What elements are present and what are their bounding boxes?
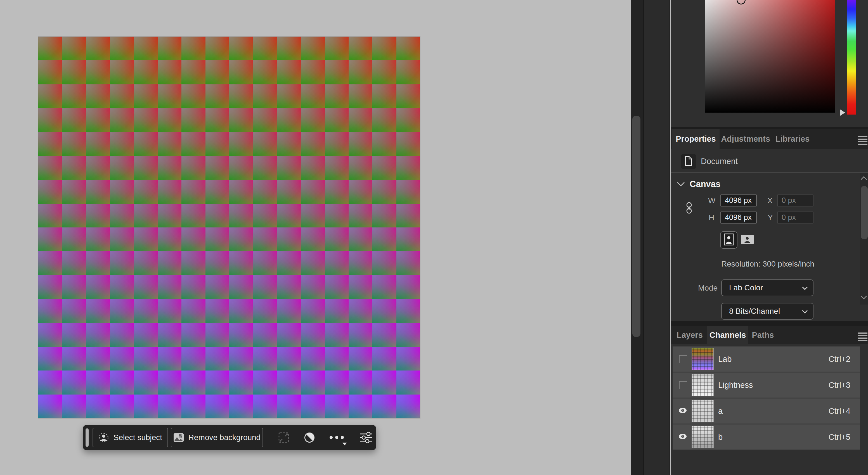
- document-icon-button[interactable]: [681, 154, 696, 169]
- remove-background-button[interactable]: Remove background: [171, 428, 263, 447]
- canvas-tile: [38, 347, 62, 371]
- tab-layers[interactable]: Layers: [677, 326, 703, 344]
- canvas-tile: [181, 60, 205, 84]
- panel-menu-icon[interactable]: [858, 136, 867, 145]
- canvas-tile: [86, 347, 110, 371]
- more-options-icon[interactable]: [330, 432, 346, 443]
- canvas-tile: [62, 275, 86, 299]
- hue-slider[interactable]: [847, 0, 856, 115]
- visibility-toggle[interactable]: [677, 407, 688, 415]
- color-field[interactable]: [705, 0, 835, 113]
- tab-channels[interactable]: Channels: [710, 326, 746, 344]
- canvas-tile: [301, 371, 324, 394]
- canvas-tile: [301, 227, 324, 251]
- canvas-tile: [206, 347, 229, 371]
- canvas-tile: [396, 84, 420, 108]
- canvas-tile: [301, 180, 324, 203]
- resolution-text: Resolution: 300 pixels/inch: [721, 260, 814, 268]
- canvas-tile: [349, 299, 372, 323]
- portrait-icon: [723, 233, 734, 247]
- properties-scrollbar-track[interactable]: [860, 173, 868, 305]
- bit-depth-select[interactable]: 8 Bits/Channel: [721, 303, 813, 320]
- y-field[interactable]: 0 px: [777, 212, 813, 224]
- canvas-tile: [110, 37, 134, 60]
- canvas-tile: [325, 132, 349, 156]
- tab-properties[interactable]: Properties: [676, 129, 716, 149]
- canvas-tile: [38, 132, 62, 156]
- canvas-tile: [372, 347, 396, 371]
- canvas-tile: [181, 227, 205, 251]
- canvas-tile: [301, 204, 324, 227]
- landscape-icon: [741, 235, 754, 245]
- orientation-landscape-button[interactable]: [741, 235, 754, 245]
- channel-row-lab[interactable]: Lab Ctrl+2: [673, 346, 860, 372]
- canvas-tile: [372, 37, 396, 60]
- chevron-down-icon[interactable]: [677, 179, 685, 186]
- scroll-up-icon[interactable]: [861, 176, 867, 183]
- canvas-tile: [134, 108, 158, 132]
- height-field[interactable]: 4096 px: [720, 212, 757, 224]
- canvas-tile: [372, 251, 396, 275]
- contrast-icon[interactable]: [304, 432, 315, 443]
- canvas-tile: [229, 180, 253, 203]
- canvas-tile: [86, 275, 110, 299]
- tab-libraries[interactable]: Libraries: [775, 129, 810, 149]
- channel-name: Lightness: [718, 381, 753, 390]
- orientation-portrait-button[interactable]: [720, 231, 738, 249]
- canvas-tile: [158, 204, 181, 227]
- canvas-tile: [253, 108, 277, 132]
- canvas-tile: [372, 323, 396, 347]
- canvas-tile: [206, 394, 229, 418]
- canvas-tile: [325, 275, 349, 299]
- document-label: Document: [701, 157, 738, 166]
- properties-scrollbar-thumb[interactable]: [861, 186, 868, 239]
- canvas-tile: [62, 84, 86, 108]
- workspace-scrollbar-thumb[interactable]: [632, 116, 641, 337]
- canvas-tile: [229, 299, 253, 323]
- visibility-toggle[interactable]: [677, 433, 688, 441]
- canvas-tile: [86, 394, 110, 418]
- workspace-scrollbar-track[interactable]: [631, 0, 643, 475]
- channel-thumbnail: [692, 400, 714, 422]
- contextual-taskbar: Select subject Remove background: [83, 425, 376, 450]
- canvas-tile: [38, 156, 62, 180]
- taskbar-drag-handle[interactable]: [86, 428, 89, 447]
- channel-row-a[interactable]: a Ctrl+4: [673, 399, 860, 423]
- canvas-tile: [38, 204, 62, 227]
- canvas-tile: [110, 299, 134, 323]
- tab-adjustments[interactable]: Adjustments: [721, 129, 770, 149]
- width-field[interactable]: 4096 px: [720, 194, 757, 207]
- canvas-tile: [86, 156, 110, 180]
- link-dimensions-icon[interactable]: [686, 202, 692, 215]
- canvas-tile: [301, 84, 324, 108]
- select-subject-button[interactable]: Select subject: [93, 428, 168, 447]
- channel-row-b[interactable]: b Ctrl+5: [673, 424, 860, 450]
- canvas-tile: [229, 84, 253, 108]
- canvas-tile: [396, 132, 420, 156]
- document-canvas[interactable]: [38, 37, 420, 418]
- canvas-tile: [134, 37, 158, 60]
- x-field[interactable]: 0 px: [777, 194, 813, 207]
- canvas-tile: [86, 108, 110, 132]
- canvas-tile: [349, 156, 372, 180]
- canvas-tile: [372, 156, 396, 180]
- canvas-tile: [301, 60, 324, 84]
- canvas-tile: [134, 323, 158, 347]
- canvas-tile: [253, 156, 277, 180]
- transform-icon[interactable]: [278, 432, 290, 444]
- chevron-down-icon: [802, 284, 808, 290]
- scroll-down-icon[interactable]: [861, 293, 867, 299]
- tab-paths[interactable]: Paths: [752, 326, 774, 344]
- canvas-tile: [372, 132, 396, 156]
- canvas-tile: [372, 227, 396, 251]
- visibility-toggle[interactable]: [677, 355, 688, 363]
- channel-row-lightness[interactable]: Lightness Ctrl+3: [673, 373, 860, 398]
- canvas-tile: [301, 156, 324, 180]
- panel-menu-icon[interactable]: [858, 332, 867, 341]
- visibility-toggle[interactable]: [677, 381, 688, 389]
- taskbar-settings-icon[interactable]: [360, 432, 373, 443]
- hue-slider-marker[interactable]: [840, 109, 845, 116]
- canvas-tile: [301, 108, 324, 132]
- mode-select[interactable]: Lab Color: [721, 279, 813, 296]
- canvas-tile: [86, 323, 110, 347]
